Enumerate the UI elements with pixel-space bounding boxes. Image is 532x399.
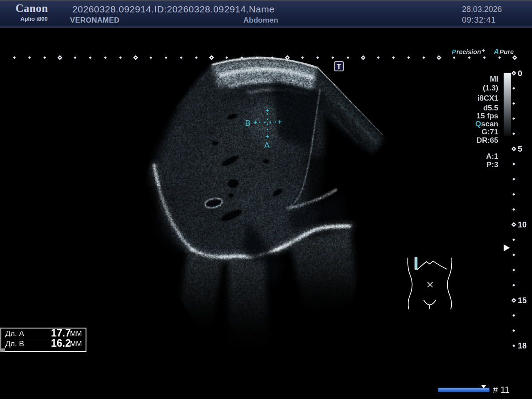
svg-text:Дл. B: Дл. B — [5, 340, 24, 348]
svg-text:A: A — [264, 141, 270, 150]
svg-text:MI: MI — [490, 75, 498, 83]
svg-text:B: B — [245, 119, 250, 128]
svg-text:+: + — [481, 47, 485, 54]
svg-text:ММ: ММ — [70, 330, 82, 337]
svg-text:# 11: # 11 — [493, 385, 509, 395]
svg-text:P:3: P:3 — [487, 160, 498, 169]
svg-text:d5.5: d5.5 — [483, 104, 498, 112]
svg-text:Pure: Pure — [500, 48, 514, 55]
svg-text:5: 5 — [518, 145, 522, 153]
svg-text:15: 15 — [518, 296, 527, 305]
svg-text:DR:65: DR:65 — [477, 136, 498, 145]
svg-text:A: A — [493, 48, 499, 55]
svg-text:Qscan: Qscan — [475, 120, 498, 128]
svg-text:(1.3): (1.3) — [483, 84, 498, 92]
svg-text:recision: recision — [457, 48, 481, 55]
svg-text:10: 10 — [518, 220, 527, 229]
svg-text:18: 18 — [518, 341, 527, 350]
svg-text:ММ: ММ — [70, 340, 82, 348]
svg-text:P: P — [452, 48, 456, 55]
svg-text:i8CX1: i8CX1 — [477, 94, 498, 102]
svg-text:16.2: 16.2 — [51, 337, 71, 349]
svg-text:15 fps: 15 fps — [477, 112, 498, 120]
svg-text:A:1: A:1 — [486, 152, 498, 160]
svg-text:Дл. A: Дл. A — [5, 329, 24, 338]
svg-text:0: 0 — [518, 69, 522, 78]
svg-text:G:71: G:71 — [481, 128, 498, 136]
svg-text:T: T — [337, 63, 341, 70]
